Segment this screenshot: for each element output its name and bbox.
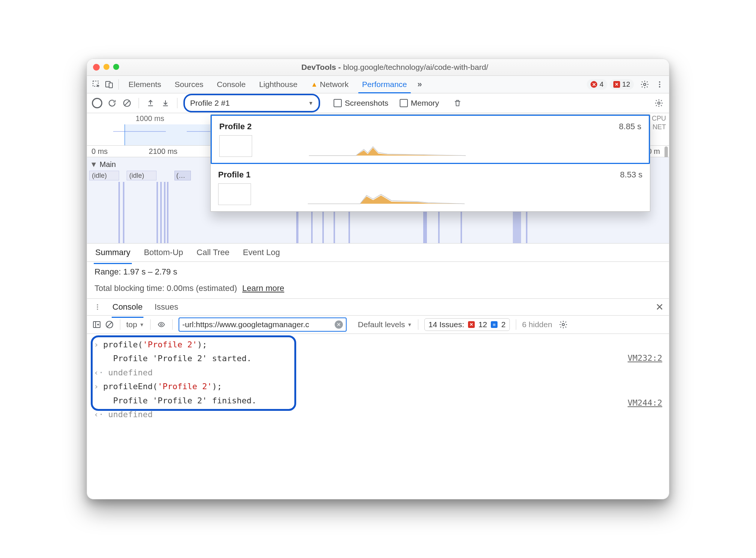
profile-select-value: Profile 2 #1 — [190, 99, 230, 108]
console-return-line: ‹·undefined — [94, 407, 662, 421]
tbt-text: Total blocking time: 0.00ms (estimated) — [94, 283, 237, 293]
download-profile-icon[interactable] — [160, 97, 171, 109]
svg-point-3 — [644, 83, 646, 86]
execution-context-selector[interactable]: top▼ — [126, 320, 144, 329]
zoom-window-button[interactable] — [113, 64, 119, 70]
issue-count-badge[interactable]: ✕12 — [610, 79, 634, 90]
console-log-line: Profile 'Profile 2' finished. — [94, 394, 662, 407]
svg-point-5 — [659, 84, 660, 85]
tbt-row: Total blocking time: 0.00ms (estimated) … — [87, 280, 669, 299]
console-sidebar-toggle-icon[interactable] — [92, 320, 101, 329]
settings-gear-icon[interactable] — [638, 78, 651, 91]
chevron-down-icon: ▼ — [308, 100, 313, 106]
profile-history-item-2[interactable]: Profile 1 8.53 s — [211, 164, 650, 211]
log-levels-selector[interactable]: Default levels▼ — [358, 320, 412, 329]
drawer-close-icon[interactable]: ✕ — [656, 301, 664, 313]
idle-block-1[interactable]: (idle) — [89, 171, 119, 180]
learn-more-link[interactable]: Learn more — [242, 283, 285, 293]
hidden-count[interactable]: 6 hidden — [522, 320, 552, 329]
console-log-line: Profile 'Profile 2' started. — [94, 351, 662, 365]
kebab-menu-icon[interactable] — [653, 78, 666, 91]
profile-name: Profile 1 — [218, 170, 251, 180]
info-square-icon: ≡ — [491, 321, 498, 328]
close-window-button[interactable] — [93, 64, 100, 71]
tab-sources[interactable]: Sources — [168, 76, 210, 93]
svg-point-8 — [658, 102, 660, 104]
tab-performance[interactable]: Performance — [355, 76, 413, 93]
titlebar: DevTools - blog.google/technology/ai/cod… — [87, 59, 669, 76]
cpu-spark-icon — [308, 194, 465, 204]
tab-console[interactable]: Console — [210, 76, 252, 93]
subtab-summary[interactable]: Summary — [94, 245, 132, 260]
range-text: Range: 1.97 s – 2.79 s — [87, 262, 669, 280]
svg-point-15 — [562, 323, 564, 326]
main-thread-label[interactable]: ▼Main — [90, 160, 116, 169]
error-circle-icon: ✕ — [591, 81, 597, 88]
devtools-window: DevTools - blog.google/technology/ai/cod… — [87, 59, 669, 499]
console-input-line: ›profile('Profile 2'); — [94, 338, 662, 351]
clear-button[interactable] — [121, 97, 133, 109]
warning-icon: ▲ — [311, 81, 317, 89]
console-settings-gear-icon[interactable] — [559, 320, 568, 329]
main-tabbar: Elements Sources Console Lighthouse ▲Net… — [87, 76, 669, 93]
subtab-call-tree[interactable]: Call Tree — [195, 245, 231, 260]
tab-lighthouse[interactable]: Lighthouse — [252, 76, 304, 93]
minimize-window-button[interactable] — [103, 64, 109, 70]
filter-value: -url:https://www.googletagmanager.c — [182, 320, 309, 329]
svg-point-4 — [659, 81, 660, 83]
profile-name: Profile 2 — [219, 122, 252, 131]
inspect-element-icon[interactable] — [90, 78, 103, 91]
svg-point-9 — [97, 304, 98, 306]
drawer-tabbar: Console Issues ✕ — [87, 299, 669, 316]
drawer-kebab-icon[interactable] — [94, 303, 101, 311]
upload-profile-icon[interactable] — [145, 97, 156, 109]
console-toolbar: top▼ -url:https://www.googletagmanager.c… — [87, 316, 669, 334]
console-input-line: ›profileEnd('Profile 2'); — [94, 379, 662, 393]
svg-rect-2 — [109, 83, 112, 88]
profile-history-dropdown: Profile 2 8.85 s Profile 1 8.53 s — [210, 114, 650, 212]
performance-toolbar: Profile 2 #1 ▼ Screenshots Memory — [87, 93, 669, 113]
error-square-icon: ✕ — [613, 81, 620, 88]
screenshots-checkbox[interactable]: Screenshots — [334, 99, 388, 108]
details-subtabs: Summary Bottom-Up Call Tree Event Log — [87, 244, 669, 262]
reload-record-button[interactable] — [106, 97, 118, 109]
subtab-event-log[interactable]: Event Log — [241, 245, 281, 260]
more-tabs-icon[interactable]: » — [414, 80, 426, 89]
source-link-1[interactable]: VM232:2 — [628, 351, 662, 365]
idle-block-2[interactable]: (idle) — [127, 171, 157, 180]
clear-filter-icon[interactable]: ✕ — [335, 320, 343, 329]
traffic-lights — [93, 64, 119, 71]
capture-settings-gear-icon[interactable] — [653, 97, 664, 109]
tab-network[interactable]: ▲Network — [304, 76, 355, 93]
subtab-bottom-up[interactable]: Bottom-Up — [142, 245, 185, 260]
source-link-2[interactable]: VM244:2 — [628, 396, 662, 410]
drawer-tab-console[interactable]: Console — [112, 300, 143, 314]
console-filter-input[interactable]: -url:https://www.googletagmanager.c ✕ — [179, 317, 347, 332]
console-output[interactable]: VM232:2 VM244:2 ›profile('Profile 2'); P… — [87, 334, 669, 429]
drawer-tab-issues[interactable]: Issues — [154, 300, 179, 314]
task-block[interactable]: (… — [174, 171, 191, 180]
cpu-spark-icon — [309, 146, 466, 156]
svg-point-14 — [161, 324, 162, 326]
issues-counter[interactable]: 14 Issues: ✕12 ≡2 — [424, 318, 510, 331]
live-expression-eye-icon[interactable] — [157, 321, 166, 328]
profile-duration: 8.85 s — [619, 122, 641, 131]
profile-history-item-1[interactable]: Profile 2 8.85 s — [211, 115, 650, 164]
console-return-line: ‹·undefined — [94, 366, 662, 379]
clear-console-icon[interactable] — [105, 320, 114, 329]
memory-checkbox[interactable]: Memory — [400, 99, 439, 108]
svg-point-10 — [97, 306, 98, 307]
profile-duration: 8.53 s — [620, 170, 642, 180]
trash-icon[interactable] — [452, 97, 463, 109]
error-count-badge[interactable]: ✕4 — [587, 79, 607, 90]
window-title: DevTools - blog.google/technology/ai/cod… — [127, 63, 663, 72]
profile-thumbnail — [218, 183, 251, 205]
profile-thumbnail — [219, 135, 252, 157]
svg-point-6 — [659, 86, 660, 88]
tab-elements[interactable]: Elements — [122, 76, 168, 93]
profile-select-dropdown[interactable]: Profile 2 #1 ▼ — [183, 94, 320, 112]
device-mode-icon[interactable] — [103, 78, 115, 91]
record-button[interactable] — [92, 97, 103, 109]
error-square-icon: ✕ — [468, 321, 475, 328]
svg-point-11 — [97, 309, 98, 310]
